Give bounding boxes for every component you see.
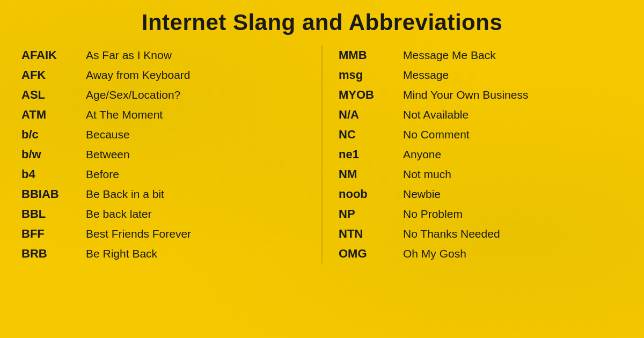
abbreviation: noob [339,187,403,201]
meaning: Anyone [403,148,441,161]
meaning: Not Available [403,108,469,121]
list-item: ASLAge/Sex/Location? [21,85,305,105]
list-item: BBIABBe Back in a bit [21,184,305,204]
abbreviation: N/A [339,108,403,122]
meaning: Oh My Gosh [403,247,466,260]
abbreviation: NC [339,128,403,142]
meaning: Message Me Back [403,49,496,62]
meaning: No Problem [403,208,463,221]
meaning: Age/Sex/Location? [86,89,180,101]
list-item: N/ANot Available [339,105,623,124]
abbreviation: AFAIK [21,48,86,62]
list-item: BFFBest Friends Forever [21,224,305,244]
abbreviation: MYOB [339,88,403,102]
meaning: At The Moment [86,108,163,121]
abbreviation: OMG [339,247,403,261]
meaning: Newbie [403,188,441,201]
abbreviation: BBL [21,207,86,221]
meaning: Be Right Back [86,247,157,260]
page-container: Internet Slang and Abbreviations AFAIKAs… [0,0,644,338]
list-item: BRBBe Right Back [21,244,305,263]
abbreviation: AFK [21,68,86,82]
list-item: OMGOh My Gosh [339,244,623,263]
abbreviation: MMB [339,48,403,62]
abbreviation: BRB [21,247,86,261]
list-item: MMBMessage Me Back [339,45,623,65]
list-item: NTNNo Thanks Needed [339,224,623,244]
list-item: MYOBMind Your Own Business [339,85,623,105]
list-item: noobNewbie [339,184,623,204]
meaning: Before [86,168,119,181]
meaning: Message [403,69,449,82]
abbreviation: NP [339,207,403,221]
abbreviation: ne1 [339,148,403,161]
list-item: NCNo Comment [339,124,623,144]
abbreviation: BBIAB [21,187,86,201]
abbreviation: msg [339,68,403,82]
meaning: Be Back in a bit [86,188,164,201]
list-item: AFKAway from Keyboard [21,65,305,85]
abbreviation: NTN [339,227,403,241]
meaning: No Thanks Needed [403,227,500,240]
list-item: ATMAt The Moment [21,105,305,124]
list-item: AFAIKAs Far as I Know [21,45,305,65]
column-divider [321,45,323,263]
meaning: Not much [403,168,451,181]
list-item: NMNot much [339,164,623,184]
meaning: No Comment [403,128,470,141]
abbreviation: b/c [21,128,86,142]
abbreviation: b/w [21,148,86,161]
left-column: AFAIKAs Far as I KnowAFKAway from Keyboa… [21,45,316,263]
meaning: Because [86,128,130,141]
right-column: MMBMessage Me BackmsgMessageMYOBMind You… [328,45,623,263]
page-title: Internet Slang and Abbreviations [21,10,623,35]
abbreviation: ASL [21,88,86,102]
columns-container: AFAIKAs Far as I KnowAFKAway from Keyboa… [21,45,623,263]
abbreviation: NM [339,167,403,181]
list-item: b/cBecause [21,124,305,144]
list-item: BBLBe back later [21,204,305,224]
abbreviation: ATM [21,108,86,122]
meaning: Be back later [86,208,152,221]
list-item: b4Before [21,164,305,184]
abbreviation: b4 [21,167,86,181]
list-item: NPNo Problem [339,204,623,224]
meaning: Mind Your Own Business [403,89,528,101]
meaning: Away from Keyboard [86,69,191,82]
abbreviation: BFF [21,227,86,241]
meaning: Best Friends Forever [86,227,191,240]
meaning: As Far as I Know [86,49,172,62]
list-item: msgMessage [339,65,623,85]
list-item: b/wBetween [21,144,305,164]
meaning: Between [86,148,130,161]
list-item: ne1Anyone [339,144,623,164]
